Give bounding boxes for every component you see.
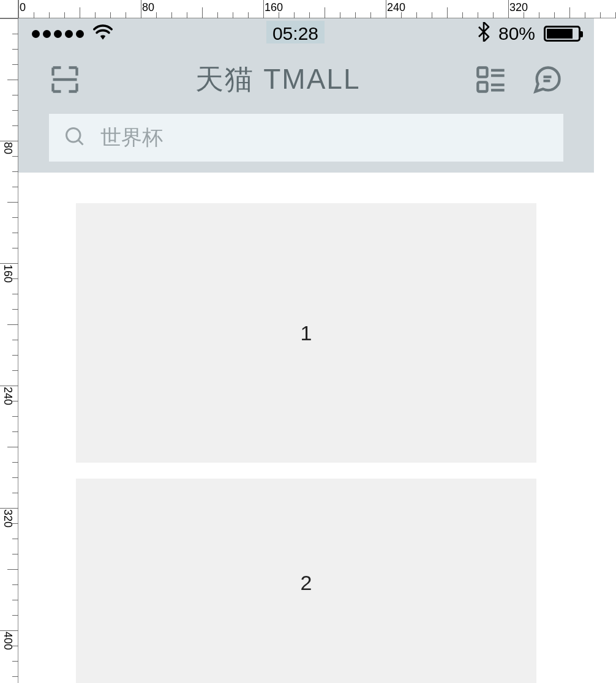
battery-fill	[547, 29, 573, 39]
search-input[interactable]: 世界杯	[49, 114, 563, 162]
svg-line-9	[78, 140, 83, 145]
status-left	[32, 23, 113, 44]
category-icon[interactable]	[475, 64, 507, 95]
chat-icon[interactable]	[531, 64, 563, 95]
device-canvas: 05:28 80% 天猫	[18, 18, 594, 683]
card-label: 1	[301, 321, 312, 345]
bluetooth-icon	[478, 22, 490, 46]
content: 1 2	[18, 173, 594, 683]
ruler-horizontal: 080160240320	[0, 0, 616, 18]
status-bar: 05:28 80%	[18, 18, 594, 49]
app-title: 天猫 TMALL	[81, 61, 475, 99]
banner-card-1[interactable]: 1	[76, 203, 536, 463]
wifi-icon	[92, 23, 113, 44]
banner-card-2[interactable]: 2	[76, 479, 536, 683]
time-label: 05:28	[266, 21, 325, 43]
signal-dots-icon	[32, 30, 84, 38]
ruler-corner	[0, 0, 18, 18]
title-right	[475, 64, 563, 95]
battery-icon	[544, 26, 580, 42]
battery-pct-label: 80%	[498, 23, 535, 44]
scan-icon[interactable]	[49, 64, 81, 95]
search-placeholder: 世界杯	[100, 124, 163, 152]
status-time: 05:28	[266, 23, 325, 44]
nav-area: 05:28 80% 天猫	[18, 18, 594, 173]
svg-point-8	[67, 129, 81, 143]
status-right: 80%	[478, 22, 580, 46]
card-label: 2	[301, 571, 312, 595]
ruler-vertical: 80160240320400	[0, 0, 18, 683]
svg-rect-1	[478, 82, 487, 91]
svg-rect-0	[478, 68, 487, 77]
title-bar: 天猫 TMALL	[18, 49, 594, 110]
search-icon	[64, 125, 86, 150]
